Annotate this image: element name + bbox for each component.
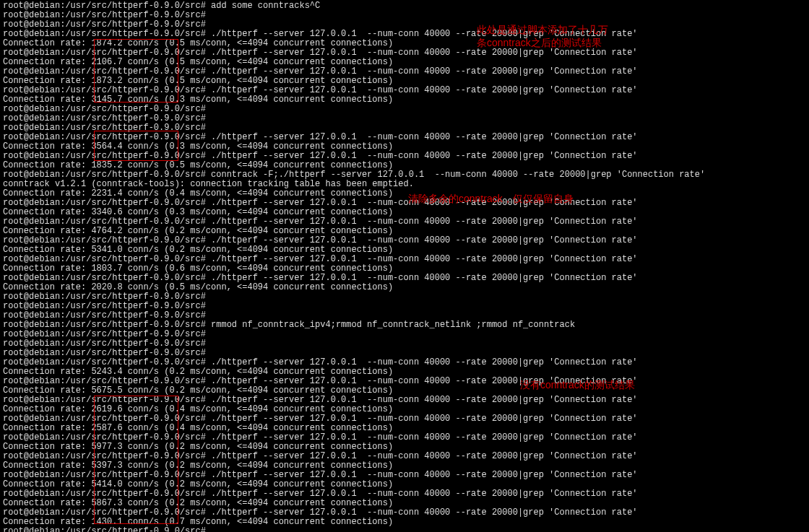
final-prompt: root@debian:/usr/src/httperf-0.9.0/src# (3, 527, 806, 532)
terminal-output[interactable]: root@debian:/usr/src/httperf-0.9.0/src# … (0, 0, 809, 532)
